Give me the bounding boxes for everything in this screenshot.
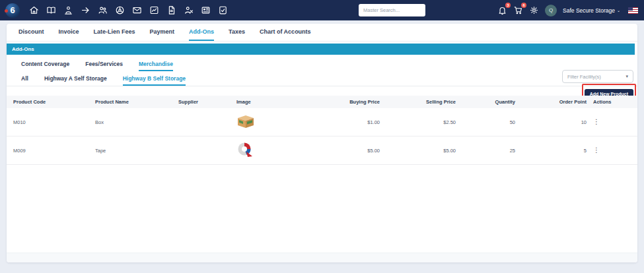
card-footer (7, 253, 637, 262)
tab-invoice[interactable]: Invoice (59, 24, 79, 41)
box-product-image (236, 114, 255, 129)
chevron-down-icon: ⌄ (617, 9, 620, 13)
chevron-down-icon: ▾ (626, 74, 628, 79)
cart-badge: 6 (521, 3, 526, 8)
tab-late-lien-fees[interactable]: Late-Lien Fees (94, 24, 135, 41)
documents-icon[interactable] (166, 5, 176, 15)
tab-add-ons[interactable]: Add-Ons (189, 24, 214, 41)
product-image-cell (236, 114, 297, 130)
settings-tab-bar: DiscountInvoiceLate-Lien FeesPaymentAdd-… (7, 24, 637, 42)
tape-product-image (236, 142, 254, 158)
cell-order-point: 5 (515, 148, 587, 154)
cell-product-code: M010 (13, 119, 95, 125)
column-header-actions: Actions (587, 99, 637, 105)
settings-gear-icon[interactable] (529, 5, 539, 15)
facility-tab-highway-a-self-storage[interactable]: Highway A Self Storage (44, 75, 107, 86)
cell-quantity: 50 (456, 119, 515, 125)
top-navbar: 6 3 6 Q Safe Secure Storage⌄ (0, 0, 644, 20)
move-in-icon[interactable] (63, 5, 73, 15)
row-actions-kebab-icon[interactable]: ⋮ (593, 147, 600, 154)
column-header-product-name: Product Name (95, 99, 178, 105)
column-header-product-code: Product Code (13, 99, 95, 105)
table-row: M009Tape$5.00$5.00255⋮ (7, 136, 637, 165)
us-flag-icon[interactable] (628, 7, 638, 14)
cell-product-code: M009 (13, 148, 95, 154)
products-table: Product CodeProduct NameSupplierImageBuy… (7, 96, 637, 165)
tasks-icon[interactable] (218, 5, 228, 15)
arrow-right-icon[interactable] (81, 5, 90, 15)
reports-icon[interactable] (149, 5, 159, 15)
cell-product-name: Tape (95, 148, 178, 154)
column-header-order-point: Order Point (515, 99, 587, 105)
filter-facility-select[interactable]: Filter Facility(s) ▾ (562, 70, 633, 83)
app-logo[interactable]: 6 (5, 3, 20, 18)
account-menu[interactable]: Safe Secure Storage⌄ (563, 7, 620, 14)
subtab-fees-services[interactable]: Fees/Services (85, 61, 123, 71)
cell-selling-price: $2.50 (380, 119, 456, 125)
table-header-row: Product CodeProduct NameSupplierImageBuy… (7, 96, 637, 108)
section-header: Add-Ons (7, 44, 635, 55)
column-header-buying-price: Buying Price (297, 99, 380, 105)
cell-order-point: 10 (515, 119, 587, 125)
account-name: Safe Secure Storage (563, 7, 615, 14)
master-search-input[interactable] (359, 4, 425, 16)
facility-tab-all[interactable]: All (21, 75, 28, 86)
column-header-quantity: Quantity (456, 99, 515, 105)
map-icon[interactable] (46, 5, 56, 15)
addons-subtab-bar: Content CoverageFees/ServicesMerchandise (7, 55, 637, 71)
actions-cell: ⋮ (587, 119, 637, 125)
nav-icon-bar (29, 5, 228, 15)
actions-cell: ⋮ (587, 147, 637, 154)
column-header-image: Image (236, 99, 297, 105)
logo-text: 6 (10, 5, 15, 15)
section-title: Add-Ons (12, 46, 34, 52)
mail-icon[interactable] (132, 5, 142, 15)
row-actions-kebab-icon[interactable]: ⋮ (593, 119, 600, 125)
navbar-right-cluster: 3 6 Q Safe Secure Storage⌄ (497, 0, 638, 20)
cell-selling-price: $5.00 (380, 148, 456, 154)
cell-quantity: 25 (456, 148, 515, 154)
subtab-merchandise[interactable]: Merchandise (139, 61, 173, 71)
tab-payment[interactable]: Payment (150, 24, 175, 41)
facility-tab-highway-b-self-storage[interactable]: Highway B Self Storage (123, 75, 186, 86)
units-icon[interactable] (115, 5, 125, 15)
table-row: M010Box$1.00$2.505010⋮ (7, 108, 637, 136)
avatar-initial: Q (549, 7, 553, 13)
tab-taxes[interactable]: Taxes (229, 24, 245, 41)
news-icon[interactable] (201, 5, 211, 15)
cell-buying-price: $5.00 (297, 148, 380, 154)
content-card: DiscountInvoiceLate-Lien FeesPaymentAdd-… (7, 24, 637, 262)
notifications-bell-icon[interactable]: 3 (497, 5, 507, 15)
cell-buying-price: $1.00 (297, 119, 380, 125)
facility-tab-bar: AllHighway A Self StorageHighway B Self … (7, 71, 637, 86)
notifications-badge: 3 (505, 3, 511, 8)
tab-discount[interactable]: Discount (18, 24, 44, 41)
cart-icon[interactable]: 6 (513, 5, 523, 15)
tab-chart-of-accounts[interactable]: Chart of Accounts (260, 24, 311, 41)
cell-product-name: Box (95, 119, 178, 125)
home-icon[interactable] (29, 5, 39, 15)
subtab-content-coverage[interactable]: Content Coverage (21, 61, 69, 71)
user-avatar[interactable]: Q (545, 5, 557, 16)
column-header-selling-price: Selling Price (380, 99, 456, 105)
product-image-cell (236, 142, 297, 159)
tenant-remove-icon[interactable] (184, 5, 194, 15)
filter-facility-placeholder: Filter Facility(s) (567, 74, 601, 80)
column-header-supplier: Supplier (178, 99, 236, 105)
tenants-icon[interactable] (98, 5, 108, 15)
